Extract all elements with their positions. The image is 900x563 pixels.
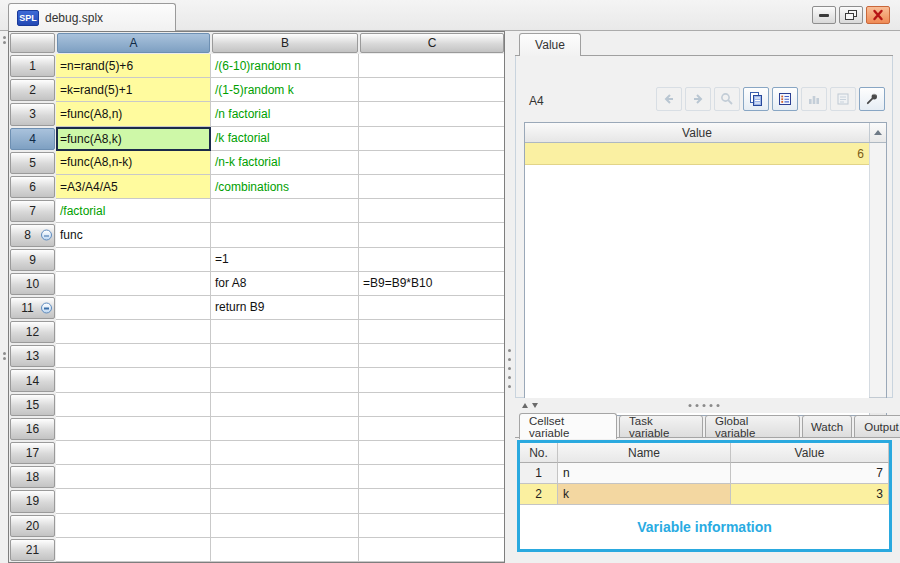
grid-cell-B16[interactable] [211,417,359,441]
row-header-15[interactable]: 15 [9,393,56,417]
vertical-splitter[interactable] [505,31,515,563]
row-header-4[interactable]: 4 [9,127,56,151]
row-header-18[interactable]: 18 [9,465,56,489]
grid-cell-A2[interactable]: =k=rand(5)+1 [56,78,211,102]
grid-cell-B14[interactable] [211,368,359,392]
column-header-A[interactable]: A [56,32,211,54]
grid-cell-B7[interactable] [211,199,359,223]
grid-cell-A9[interactable] [56,248,211,272]
row-header-17[interactable]: 17 [9,441,56,465]
scroll-up-button[interactable] [869,123,886,142]
grid-cell-C5[interactable] [359,151,505,175]
grid-cell-B9[interactable]: =1 [211,248,359,272]
grid-cell-C15[interactable] [359,393,505,417]
grid-cell-B12[interactable] [211,320,359,344]
tab-watch[interactable]: Watch [802,415,852,438]
row-header-7[interactable]: 7 [9,199,56,223]
grid-cell-A8[interactable]: func [56,223,211,247]
grid-cell-A7[interactable]: /factorial [56,199,211,223]
grid-cell-C12[interactable] [359,320,505,344]
left-splitter-handle[interactable] [1,352,7,360]
grid-cell-B3[interactable]: /n factorial [211,102,359,126]
grid-cell-C9[interactable] [359,248,505,272]
collapse-minus-icon[interactable] [41,230,52,241]
grid-cell-B5[interactable]: /n-k factorial [211,151,359,175]
grid-cell-A10[interactable] [56,272,211,296]
row-header-2[interactable]: 2 [9,78,56,102]
grid-cell-C10[interactable]: =B9=B9*B10 [359,272,505,296]
row-header-1[interactable]: 1 [9,54,56,78]
grid-cell-C16[interactable] [359,417,505,441]
tab-global-variable[interactable]: Global variable [705,415,800,438]
grid-cell-A15[interactable] [56,393,211,417]
grid-cell-C2[interactable] [359,78,505,102]
grid-corner-cell[interactable] [9,32,56,54]
row-header-14[interactable]: 14 [9,368,56,392]
grid-cell-A11[interactable] [56,296,211,320]
row-header-21[interactable]: 21 [9,538,56,562]
horizontal-splitter[interactable] [515,398,893,413]
grid-cell-A20[interactable] [56,514,211,538]
grid-cell-C20[interactable] [359,514,505,538]
tab-task-variable[interactable]: Task variable [619,415,703,438]
tab-cellset-variable[interactable]: Cellset variable [519,413,617,439]
grid-cell-C14[interactable] [359,368,505,392]
grid-cell-C21[interactable] [359,538,505,562]
row-header-11[interactable]: 11 [9,296,56,320]
grid-cell-B11[interactable]: return B9 [211,296,359,320]
grid-cell-C6[interactable] [359,175,505,199]
grid-cell-C3[interactable] [359,102,505,126]
grid-cell-C19[interactable] [359,489,505,513]
grid-cell-B4[interactable]: /k factorial [211,127,359,151]
list-button[interactable] [772,87,798,111]
grid-cell-C8[interactable] [359,223,505,247]
document-tab[interactable]: SPL debug.splx [8,3,176,31]
row-header-3[interactable]: 3 [9,102,56,126]
grid-cell-B8[interactable] [211,223,359,247]
collapse-minus-icon[interactable] [41,302,52,313]
column-header-B[interactable]: B [211,32,359,54]
row-header-8[interactable]: 8 [9,223,56,247]
row-header-6[interactable]: 6 [9,175,56,199]
row-header-20[interactable]: 20 [9,514,56,538]
grid-cell-A17[interactable] [56,441,211,465]
grid-cell-C18[interactable] [359,465,505,489]
tab-value[interactable]: Value [519,33,581,56]
column-header-C[interactable]: C [359,32,505,54]
grid-cell-B1[interactable]: /(6-10)random n [211,54,359,78]
row-header-16[interactable]: 16 [9,417,56,441]
variable-row[interactable]: 2k3 [520,484,889,505]
grid-cell-A14[interactable] [56,368,211,392]
grid-cell-C7[interactable] [359,199,505,223]
row-header-10[interactable]: 10 [9,272,56,296]
grid-cell-B2[interactable]: /(1-5)random k [211,78,359,102]
row-header-12[interactable]: 12 [9,320,56,344]
close-button[interactable] [866,6,890,24]
grid-cell-A19[interactable] [56,489,211,513]
grid-cell-A6[interactable]: =A3/A4/A5 [56,175,211,199]
grid-cell-C13[interactable] [359,344,505,368]
collapse-up-icon[interactable] [522,403,528,408]
restore-button[interactable] [839,6,863,24]
variable-row[interactable]: 1n7 [520,463,889,484]
grid-cell-C1[interactable] [359,54,505,78]
row-header-5[interactable]: 5 [9,151,56,175]
grid-cell-A3[interactable]: =func(A8,n) [56,102,211,126]
grid-cell-C17[interactable] [359,441,505,465]
copy-button[interactable] [743,87,769,111]
grid-cell-B6[interactable]: /combinations [211,175,359,199]
grid-cell-B10[interactable]: for A8 [211,272,359,296]
minimize-button[interactable] [812,6,836,24]
value-scrollbar[interactable] [869,143,886,397]
collapse-down-icon[interactable] [532,403,538,408]
grid-cell-B20[interactable] [211,514,359,538]
grid-cell-A18[interactable] [56,465,211,489]
grid-cell-B15[interactable] [211,393,359,417]
row-header-13[interactable]: 13 [9,344,56,368]
left-splitter-handle[interactable] [1,36,7,44]
grid-cell-A16[interactable] [56,417,211,441]
grid-cell-B13[interactable] [211,344,359,368]
row-header-19[interactable]: 19 [9,489,56,513]
grid-cell-B17[interactable] [211,441,359,465]
grid-cell-A5[interactable]: =func(A8,n-k) [56,151,211,175]
